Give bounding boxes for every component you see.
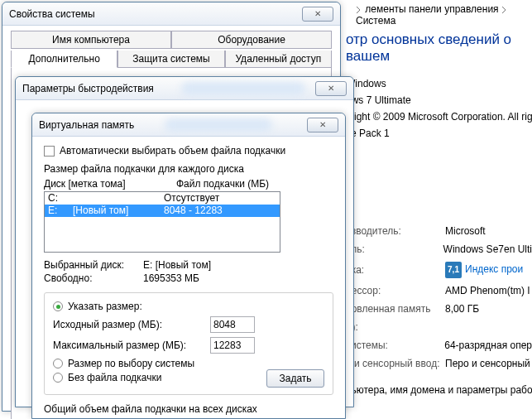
selected-drive-label: Выбранный диск:	[44, 259, 143, 271]
size-options-group: Указать размер: Исходный размер (МБ): Ма…	[44, 292, 333, 395]
per-drive-label: Размер файла подкачки для каждого диска	[44, 163, 333, 175]
pen-touch-label: о и сенсорный ввод:	[346, 358, 445, 369]
system-spec-table: изводитель:Microsoft ель:Windows Se7en U…	[346, 225, 532, 369]
window-title: Свойства системы	[9, 8, 302, 20]
manufacturer-label: изводитель:	[346, 225, 445, 237]
initial-size-label: Исходный размер (МБ):	[53, 319, 210, 330]
system-info-panel: отр основных сведений о вашем Windows ow…	[339, 0, 532, 419]
maximum-size-input[interactable]	[210, 337, 255, 354]
column-disk: Диск [метка тома]	[44, 178, 176, 190]
close-icon: ✕	[314, 9, 321, 18]
windows-edition-value: ows 7 Ultimate	[346, 94, 532, 106]
system-properties-titlebar[interactable]: Свойства системы ✕	[2, 2, 340, 26]
system-type-value: 64-разрядная опер	[444, 340, 532, 351]
drive-volume	[73, 192, 164, 205]
auto-manage-label: Автоматически выбирать объем файла подка…	[60, 145, 285, 157]
total-paging-label: Общий объем файла подкачки на всех диска…	[44, 403, 333, 415]
breadcrumb[interactable]: лементы панели управления Система	[356, 3, 532, 26]
experience-index-link[interactable]: Индекс прои	[465, 263, 523, 275]
tab-row-top: Имя компьютера Оборудование	[11, 31, 332, 49]
tab-remote[interactable]: Удаленный доступ	[225, 51, 332, 68]
system-type-label: системы:	[346, 340, 444, 351]
blurred-region	[181, 82, 305, 95]
radio-custom-size[interactable]	[53, 301, 63, 311]
manufacturer-value: Microsoft	[445, 225, 486, 237]
copyright-text: yright © 2009 Microsoft Corporation. All…	[346, 111, 532, 123]
initial-size-input[interactable]	[210, 316, 255, 333]
set-button[interactable]: Задать	[266, 369, 324, 388]
radio-custom-size-label: Указать размер:	[68, 301, 142, 312]
tab-advanced[interactable]: Дополнительно	[11, 51, 117, 68]
radio-no-paging-file[interactable]	[53, 373, 63, 383]
virtual-memory-titlebar[interactable]: Виртуальная память ✕	[32, 113, 345, 137]
chevron-right-icon	[356, 6, 362, 14]
column-paging-file: Файл подкачки (МБ)	[176, 178, 269, 190]
selected-drive-value: E: [Новый том]	[143, 259, 211, 271]
windows-edition-label: Windows	[346, 78, 532, 89]
rating-label: нка:	[346, 264, 445, 276]
tab-hardware[interactable]: Оборудование	[171, 31, 332, 49]
free-space-value: 1695353 МБ	[143, 272, 199, 284]
drive-list[interactable]: C: Отсутствует E: [Новый том] 8048 - 122…	[44, 191, 280, 253]
system-info-heading: отр основных сведений о вашем	[346, 31, 532, 65]
ram-value: 8,00 ГБ	[445, 303, 479, 315]
close-button[interactable]: ✕	[315, 81, 347, 96]
performance-options-titlebar[interactable]: Параметры быстродействия ✕	[16, 77, 353, 100]
ram-label: новленная память	[346, 303, 445, 315]
tab-row-bottom: Дополнительно Защита системы Удаленный д…	[11, 51, 332, 68]
close-icon: ✕	[328, 84, 334, 93]
tab-system-protection[interactable]: Защита системы	[117, 51, 224, 68]
drive-letter: E:	[48, 205, 73, 217]
maximum-size-label: Максимальный размер (МБ):	[53, 340, 210, 351]
model-label: ель:	[346, 243, 443, 255]
chevron-right-icon	[501, 6, 508, 14]
ram-hint: У):	[346, 321, 445, 333]
model-value: Windows Se7en Ulti	[443, 243, 532, 255]
drive-row-c[interactable]: C: Отсутствует	[45, 192, 280, 205]
pen-touch-value: Перо и сенсорный	[445, 358, 530, 369]
drive-row-e[interactable]: E: [Новый том] 8048 - 12283	[45, 205, 280, 217]
breadcrumb-item[interactable]: Система	[356, 15, 395, 26]
free-space-label: Свободно:	[44, 272, 143, 284]
breadcrumb-item[interactable]: лементы панели управления	[365, 3, 498, 15]
close-button[interactable]: ✕	[302, 7, 333, 22]
drive-paging: 8048 - 12283	[164, 205, 276, 217]
tab-computer-name[interactable]: Имя компьютера	[11, 31, 171, 49]
drive-paging: Отсутствует	[164, 192, 276, 205]
processor-label: цессор:	[346, 285, 445, 296]
processor-value: AMD Phenom(tm) I	[445, 285, 530, 296]
radio-system-managed-label: Размер по выбору системы	[68, 358, 194, 369]
service-pack-text: ce Pack 1	[346, 128, 532, 139]
close-button[interactable]: ✕	[307, 118, 338, 132]
radio-system-managed[interactable]	[53, 359, 63, 368]
drive-volume: [Новый том]	[73, 205, 164, 217]
auto-manage-checkbox[interactable]	[44, 146, 55, 157]
blurred-region	[165, 118, 272, 132]
virtual-memory-window: Виртуальная память ✕ Автоматически выбир…	[31, 113, 346, 419]
rating-badge: 7,1	[445, 262, 462, 278]
radio-no-paging-file-label: Без файла подкачки	[68, 372, 161, 383]
close-icon: ✕	[319, 120, 326, 129]
drive-letter: C:	[48, 192, 73, 205]
computer-name-footer: пьютера, имя домена и параметры рабо	[346, 384, 532, 396]
